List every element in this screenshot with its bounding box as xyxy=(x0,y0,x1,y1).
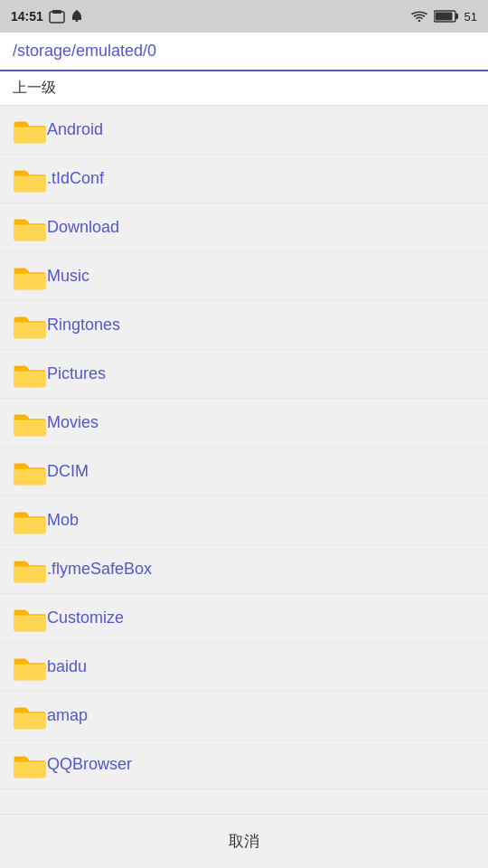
folder-icon xyxy=(13,262,47,291)
list-item[interactable]: Pictures xyxy=(0,350,488,399)
file-name-label: Mob xyxy=(47,511,79,530)
cancel-label: 取消 xyxy=(229,831,259,852)
file-name-label: Movies xyxy=(47,413,99,432)
folder-icon xyxy=(13,409,47,438)
file-name-label: QQBrowser xyxy=(47,755,132,774)
folder-icon xyxy=(13,165,47,193)
list-item[interactable]: QQBrowser xyxy=(0,741,488,789)
list-item[interactable]: Ringtones xyxy=(0,301,488,350)
list-item[interactable]: .tIdConf xyxy=(0,155,488,203)
up-label: 上一级 xyxy=(13,80,56,95)
list-item[interactable]: Download xyxy=(0,203,488,252)
status-icons: 51 xyxy=(410,9,477,24)
file-name-label: Pictures xyxy=(47,364,106,383)
list-item[interactable]: amap xyxy=(0,692,488,741)
main-container: /storage/emulated/0 上一级 Android.tIdConfD… xyxy=(0,33,488,868)
list-item[interactable]: Customize xyxy=(0,594,488,643)
status-bar: 14:51 51 xyxy=(0,0,488,33)
folder-icon xyxy=(13,213,47,242)
folder-icon xyxy=(13,653,47,682)
sim-icon xyxy=(49,9,65,24)
folder-icon xyxy=(13,750,47,779)
folder-icon xyxy=(13,702,47,731)
list-item[interactable]: .flymeSafeBox xyxy=(0,545,488,594)
file-name-label: Music xyxy=(47,267,89,286)
cancel-button[interactable]: 取消 xyxy=(0,814,488,868)
file-list: Android.tIdConfDownloadMusicRingtonesPic… xyxy=(0,106,488,814)
file-name-label: Customize xyxy=(47,609,124,627)
file-name-label: Ringtones xyxy=(47,316,120,335)
list-item[interactable]: baidu xyxy=(0,643,488,692)
svg-rect-2 xyxy=(75,20,78,22)
status-time: 14:51 xyxy=(11,9,83,24)
folder-icon xyxy=(13,116,47,145)
folder-icon xyxy=(13,604,47,633)
list-item[interactable]: Movies xyxy=(0,399,488,448)
list-item[interactable]: DCIM xyxy=(0,448,488,496)
path-display: /storage/emulated/0 xyxy=(13,42,156,60)
list-item[interactable]: Music xyxy=(0,252,488,301)
svg-rect-4 xyxy=(455,14,458,19)
nav-up-row[interactable]: 上一级 xyxy=(0,71,488,106)
folder-icon xyxy=(13,458,47,486)
folder-icon xyxy=(13,506,47,535)
notification-icon xyxy=(70,9,83,24)
file-name-label: .flymeSafeBox xyxy=(47,560,152,579)
folder-icon xyxy=(13,360,47,389)
svg-rect-5 xyxy=(435,13,452,21)
list-item[interactable]: Android xyxy=(0,106,488,155)
time-display: 14:51 xyxy=(11,9,43,24)
folder-icon xyxy=(13,555,47,584)
svg-rect-1 xyxy=(52,10,61,14)
address-bar: /storage/emulated/0 xyxy=(0,33,488,71)
folder-icon xyxy=(13,311,47,340)
file-name-label: DCIM xyxy=(47,462,89,481)
battery-icon xyxy=(434,9,459,24)
file-name-label: Download xyxy=(47,218,119,237)
file-name-label: baidu xyxy=(47,657,87,676)
wifi-icon xyxy=(410,9,428,24)
file-name-label: .tIdConf xyxy=(47,169,104,188)
battery-level: 51 xyxy=(465,10,477,24)
file-name-label: Android xyxy=(47,120,103,139)
list-item[interactable]: Mob xyxy=(0,496,488,545)
file-name-label: amap xyxy=(47,706,88,725)
